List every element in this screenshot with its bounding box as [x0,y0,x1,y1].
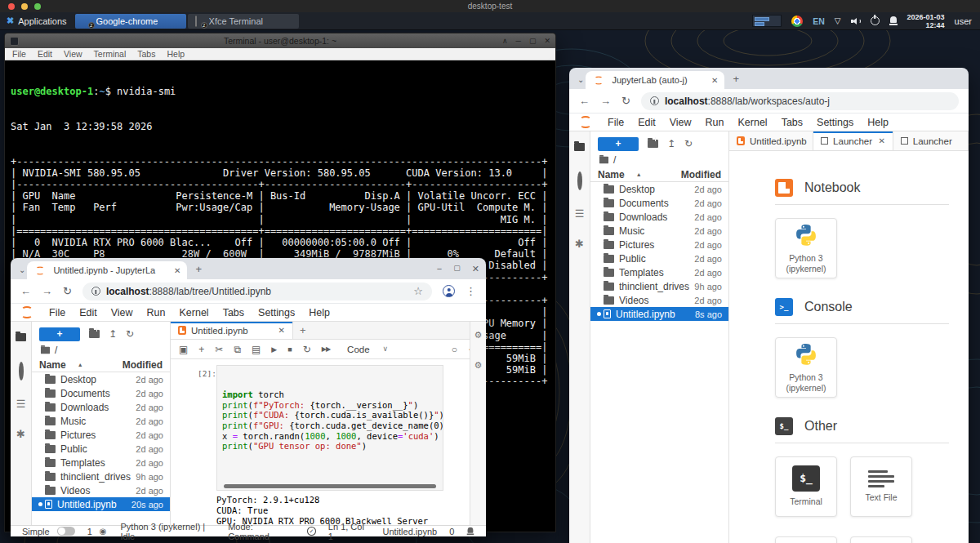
address-bar[interactable]: localhost:8888/lab/tree/Untitled.ipynb ☆ [82,283,432,300]
back-button[interactable]: ← [579,95,590,107]
file-row[interactable]: Videos 2d ago [590,293,728,307]
file-row[interactable]: Public 2d ago [590,251,728,265]
tab-close-icon[interactable]: ✕ [711,76,718,85]
notification-bell-icon[interactable] [467,527,474,535]
sidebar-toc-icon[interactable]: ☰ [575,208,585,219]
keyboard-layout[interactable]: EN [813,16,825,26]
paste-icon[interactable]: ▤ [252,344,261,355]
shade-button[interactable]: ∧ [502,37,508,45]
chrome-tray-icon[interactable] [791,16,803,27]
jupyterlab-menu-item[interactable]: File [608,117,624,128]
launcher-card-markdown-file[interactable]: M ▼ Markdown File [775,536,837,543]
clock[interactable]: 2026-01-03 12:44 [907,13,945,29]
jupyterlab-menu-item[interactable]: Settings [258,307,295,318]
launcher-card-terminal[interactable]: $_ Terminal [775,456,837,517]
new-folder-icon[interactable] [648,136,658,151]
file-row[interactable]: Downloads 2d ago [32,400,170,414]
add-tab-button[interactable]: + [300,324,306,336]
restart-kernel-icon[interactable]: ↻ [303,344,311,355]
new-tab-button[interactable]: + [195,263,202,275]
terminal-menu-item[interactable]: Tabs [137,49,155,59]
tab-search-icon[interactable]: ⌄ [19,265,25,274]
file-row[interactable]: Videos 2d ago [32,483,170,497]
volume-icon[interactable] [851,17,861,25]
jupyterlab-menu-item[interactable]: Settings [817,117,853,128]
file-row[interactable]: Templates 2d ago [32,456,170,470]
jupyterlab-menu-item[interactable]: Run [706,117,724,128]
file-row[interactable]: Music 2d ago [32,414,170,428]
new-launcher-button[interactable]: + [598,137,639,151]
terminal-count[interactable]: 1 [87,527,92,536]
new-folder-icon[interactable] [89,327,100,341]
cursor-position[interactable]: Ln 1, Col 1 [328,522,371,541]
kernel-status-icon[interactable]: ○ [452,344,457,355]
notification-count[interactable]: 0 [449,527,454,536]
browser-tab[interactable]: JupyterLab (auto-j) ✕ [586,71,724,89]
launcher-card-console-python3[interactable]: Python 3 (ipykernel) [775,337,837,398]
terminal-menu-item[interactable]: View [64,49,82,59]
refresh-icon[interactable]: ↻ [684,138,693,149]
notebook-tab[interactable]: Untitled.ipynb [729,131,813,150]
restart-run-all-icon[interactable]: ▶▶ [322,345,330,353]
reload-button[interactable]: ↻ [63,285,72,297]
close-button[interactable]: ✕ [472,264,479,274]
breadcrumb[interactable]: / [590,153,728,167]
file-row[interactable]: Desktop 2d ago [590,182,728,196]
copy-icon[interactable]: ⧉ [234,344,241,355]
launcher-card-notebook-python3[interactable]: Python 3 (ipykernel) [775,218,837,278]
file-row[interactable]: thinclient_drives 9h ago [32,470,170,483]
jupyterlab-menu-item[interactable]: Run [147,307,166,318]
simple-mode-toggle[interactable] [57,527,75,536]
network-icon[interactable]: ▽ [835,16,841,25]
jupyterlab-menu-item[interactable]: Kernel [738,117,768,128]
notebook-area[interactable]: [2]: import torchprint(f"PyTorch: {torch… [171,359,470,525]
refresh-icon[interactable]: ↻ [126,328,134,340]
kernel-status[interactable]: Python 3 (ipykernel) | Idle [120,522,220,541]
file-list-header[interactable]: Name ▲ Modified [590,167,728,182]
code-editor[interactable]: import torchprint(f"PyTorch: {torch.__ve… [216,365,443,491]
new-tab-button[interactable]: + [733,73,739,85]
notebook-tab[interactable]: Untitled.ipynb ✕ [171,322,293,339]
jupyterlab-menu-item[interactable]: Tabs [782,117,803,128]
taskbar-button-terminal[interactable]: 2 Xfce Terminal [188,14,299,29]
tab-close-icon[interactable]: ✕ [878,136,884,145]
jupyterlab-menu-item[interactable]: File [49,307,65,318]
terminal-menu-item[interactable]: Terminal [94,49,127,59]
sidebar-running-icon[interactable] [19,364,24,379]
cell-collapser[interactable] [181,366,185,490]
close-button[interactable]: ✕ [544,37,550,45]
jupyterlab-menu-item[interactable]: Kernel [180,307,209,318]
run-icon[interactable]: ▶ [271,345,277,354]
upload-icon[interactable]: ↥ [667,138,675,149]
forward-button[interactable]: → [600,95,611,107]
jupyterlab-menu-item[interactable]: Help [867,117,889,128]
address-bar[interactable]: localhost:8888/lab/workspaces/auto-j [641,92,959,110]
terminal-menu-item[interactable]: Edit [38,49,52,59]
reload-button[interactable]: ↻ [621,95,630,107]
minimize-button[interactable]: ─ [516,37,521,45]
file-row[interactable]: Music 2d ago [590,224,728,238]
upload-icon[interactable]: ↥ [109,328,117,340]
launcher-card-text-file[interactable]: Text File [850,456,912,517]
jupyterlab-menu-item[interactable]: Edit [638,117,656,128]
property-inspector-icon[interactable]: ⚙ [474,330,483,340]
code-cell[interactable]: [2]: import torchprint(f"PyTorch: {torch… [171,365,470,491]
terminal-menu-item[interactable]: Help [167,49,185,59]
notifications-icon[interactable] [889,16,898,25]
forward-button[interactable]: → [42,285,52,297]
jupyterlab-menu-item[interactable]: View [670,117,692,128]
insert-cell-icon[interactable]: + [198,344,204,355]
power-icon[interactable] [871,16,880,25]
debugger-icon[interactable]: ⚙ [474,360,483,371]
tab-search-icon[interactable]: ⌄ [577,75,584,84]
kernel-count-icon[interactable]: ◉ [100,527,107,536]
horizontal-scrollbar[interactable] [224,484,436,488]
cell-type-dropdown[interactable]: Code ∨ [347,345,388,354]
launcher-tab-active[interactable]: Launcher ✕ [813,131,893,150]
site-info-icon[interactable] [91,287,100,296]
sidebar-toc-icon[interactable]: ☰ [16,398,26,409]
breadcrumb[interactable]: / [32,343,170,358]
back-button[interactable]: ← [20,285,31,297]
jupyterlab-menu-item[interactable]: Help [309,307,330,318]
profile-avatar[interactable] [443,285,455,297]
